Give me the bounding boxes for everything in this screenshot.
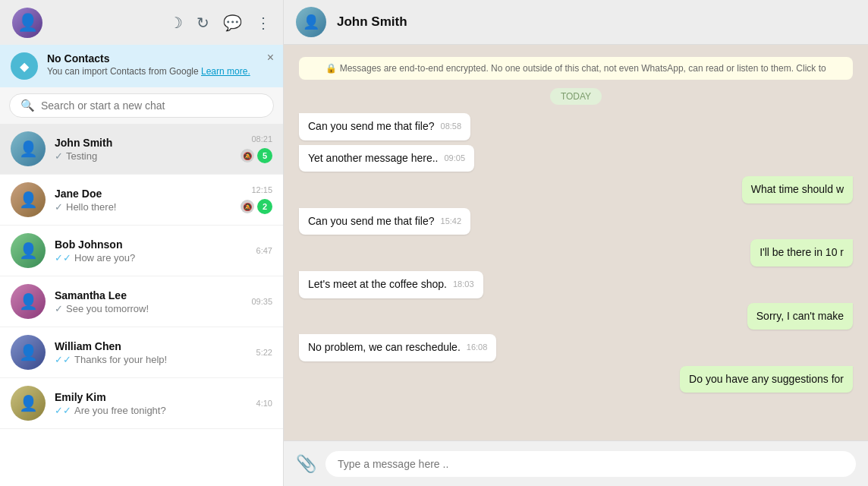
message-time-1: 08:58	[441, 121, 462, 132]
message-text-8: No problem, we can reschedule.	[308, 341, 461, 353]
right-panel: 👤 John Smith 🔒 Messages are end-to-end e…	[284, 0, 868, 486]
count-badge-jane-doe: 2	[257, 199, 272, 214]
attach-button[interactable]: 📎	[296, 454, 316, 474]
message-bubble-9: Do you have any suggestions for	[680, 366, 853, 393]
message-row-9: Do you have any suggestions for	[299, 366, 853, 393]
chat-item-jane-doe[interactable]: 👤 Jane Doe ✓ Hello there! 12:15 🔕 2	[0, 175, 283, 226]
notification-diamond-icon: ◆	[11, 52, 38, 80]
chat-header-name: John Smith	[337, 14, 407, 30]
chat-info-emily-kim: Emily Kim ✓✓ Are you free tonight?	[55, 391, 247, 416]
tick-john-smith: ✓	[55, 150, 63, 162]
message-text-2: Yet another message here..	[308, 152, 439, 164]
new-chat-icon[interactable]: 💬	[223, 14, 242, 32]
message-text-9: Do you have any suggestions for	[689, 373, 844, 385]
message-bubble-6: Let's meet at the coffee shop. 18:03	[299, 271, 483, 298]
time-william-chen: 5:22	[256, 348, 272, 357]
chat-meta-john-smith: 08:21 🔕 5	[241, 134, 272, 163]
search-icon: 🔍	[20, 99, 35, 112]
refresh-icon[interactable]: ↻	[197, 14, 209, 32]
message-text-6: Let's meet at the coffee shop.	[308, 278, 447, 290]
message-row-4: Can you send me that file? 15:42	[299, 208, 853, 235]
mute-badge-john-smith: 🔕	[241, 149, 254, 163]
tick-samantha-lee: ✓	[55, 303, 63, 314]
chat-preview-bob-johnson: ✓✓ How are you?	[55, 252, 247, 264]
menu-icon[interactable]: ⋮	[256, 14, 271, 32]
time-john-smith: 08:21	[251, 134, 272, 144]
chat-header-avatar[interactable]: 👤	[296, 7, 326, 37]
tick-jane-doe: ✓	[55, 201, 63, 213]
notification-title: No Contacts	[47, 52, 272, 65]
chat-meta-emily-kim: 4:10	[256, 399, 272, 408]
time-bob-johnson: 6:47	[256, 246, 272, 255]
encryption-notice: 🔒 Messages are end-to-end encrypted. No …	[299, 57, 853, 80]
search-input[interactable]	[41, 99, 263, 112]
message-row-2: Yet another message here.. 09:05	[299, 145, 853, 172]
message-row-7: Sorry, I can't make	[299, 303, 853, 330]
message-time-2: 09:05	[445, 153, 466, 164]
avatar-william-chen: 👤	[11, 335, 46, 370]
avatar-john-smith: 👤	[11, 131, 46, 166]
message-bubble-2: Yet another message here.. 09:05	[299, 145, 474, 172]
chat-name-bob-johnson: Bob Johnson	[55, 238, 247, 251]
chat-messages: 🔒 Messages are end-to-end encrypted. No …	[284, 45, 868, 440]
message-bubble-7: Sorry, I can't make	[747, 303, 853, 330]
avatar-bob-johnson: 👤	[11, 233, 46, 268]
chat-item-samantha-lee[interactable]: 👤 Samantha Lee ✓ See you tomorrow! 09:35	[0, 276, 283, 327]
message-bubble-3: What time should w	[742, 176, 853, 204]
time-jane-doe: 12:15	[251, 185, 272, 194]
badges-john-smith: 🔕 5	[241, 148, 272, 163]
chat-preview-william-chen: ✓✓ Thanks for your help!	[55, 354, 247, 365]
chat-list: 👤 John Smith ✓ Testing 08:21 🔕 5 👤	[0, 124, 283, 486]
badges-jane-doe: 🔕 2	[241, 199, 272, 214]
message-bubble-4: Can you send me that file? 15:42	[299, 208, 470, 235]
chat-info-jane-doe: Jane Doe ✓ Hello there!	[55, 188, 231, 213]
chat-meta-william-chen: 5:22	[256, 348, 272, 357]
search-bar: 🔍	[0, 87, 283, 124]
message-text-3: What time should w	[751, 183, 844, 195]
message-text-5: I'll be there in 10 r	[760, 246, 844, 258]
chat-header: 👤 John Smith	[284, 0, 868, 45]
time-emily-kim: 4:10	[256, 399, 272, 408]
message-row-8: No problem, we can reschedule. 16:08	[299, 334, 853, 361]
chat-item-john-smith[interactable]: 👤 John Smith ✓ Testing 08:21 🔕 5	[0, 124, 283, 175]
chat-item-bob-johnson[interactable]: 👤 Bob Johnson ✓✓ How are you? 6:47	[0, 226, 283, 276]
message-input[interactable]	[326, 451, 856, 477]
message-row-3: What time should w	[299, 176, 853, 204]
message-row-5: I'll be there in 10 r	[299, 239, 853, 267]
mute-badge-jane-doe: 🔕	[241, 200, 254, 213]
message-text-4: Can you send me that file?	[308, 215, 435, 227]
chat-item-william-chen[interactable]: 👤 William Chen ✓✓ Thanks for your help! …	[0, 327, 283, 378]
avatar-emily-kim: 👤	[11, 386, 46, 421]
chat-meta-samantha-lee: 09:35	[251, 297, 272, 306]
header-icons: ☽ ↻ 💬 ⋮	[169, 14, 271, 32]
left-panel: 👤 ☽ ↻ 💬 ⋮ ◆ No Contacts You can import C…	[0, 0, 284, 486]
time-samantha-lee: 09:35	[251, 297, 272, 306]
chat-info-bob-johnson: Bob Johnson ✓✓ How are you?	[55, 238, 247, 264]
avatar-samantha-lee: 👤	[11, 284, 46, 319]
message-bubble-5: I'll be there in 10 r	[750, 239, 853, 267]
message-time-6: 18:03	[453, 279, 474, 290]
tick-william-chen: ✓✓	[55, 354, 71, 365]
notification-subtitle: You can import Contacts from Google Lear…	[47, 66, 272, 77]
chat-info-samantha-lee: Samantha Lee ✓ See you tomorrow!	[55, 289, 242, 314]
user-avatar-icon: 👤	[17, 13, 38, 33]
message-text-7: Sorry, I can't make	[756, 310, 844, 322]
notification-text: No Contacts You can import Contacts from…	[47, 52, 272, 77]
learn-more-link[interactable]: Learn more.	[201, 66, 250, 77]
moon-icon[interactable]: ☽	[169, 14, 183, 32]
message-bubble-1: Can you send me that file? 08:58	[299, 113, 470, 140]
chat-item-emily-kim[interactable]: 👤 Emily Kim ✓✓ Are you free tonight? 4:1…	[0, 378, 283, 429]
message-bubble-8: No problem, we can reschedule. 16:08	[299, 334, 496, 361]
chat-meta-bob-johnson: 6:47	[256, 246, 272, 255]
chat-name-samantha-lee: Samantha Lee	[55, 289, 242, 301]
message-row-6: Let's meet at the coffee shop. 18:03	[299, 271, 853, 298]
user-avatar[interactable]: 👤	[12, 8, 42, 38]
close-notification-button[interactable]: ×	[267, 51, 274, 65]
count-badge-john-smith: 5	[257, 148, 272, 163]
message-text-1: Can you send me that file?	[308, 120, 435, 132]
message-time-4: 15:42	[441, 216, 462, 227]
chat-name-jane-doe: Jane Doe	[55, 188, 231, 200]
chat-meta-jane-doe: 12:15 🔕 2	[241, 185, 272, 214]
avatar-jane-doe: 👤	[11, 182, 46, 217]
chat-name-emily-kim: Emily Kim	[55, 391, 247, 403]
